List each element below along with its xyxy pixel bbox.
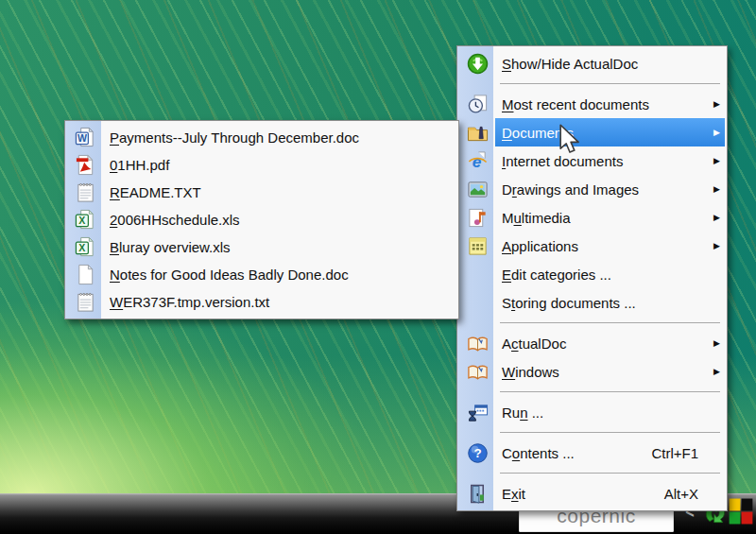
run-hourglass-icon (459, 402, 495, 423)
menu-item-applications[interactable]: Applications▶ (459, 232, 725, 260)
notepad-doc-icon (67, 181, 103, 203)
menu-item-label: README.TXT (110, 184, 201, 200)
mouse-cursor-icon (558, 124, 581, 160)
menu-item-shortcut: Alt+X (664, 486, 707, 502)
menu-item-body: 2006HHschedule.xls (103, 206, 456, 233)
menu-item-body: Contents ...Ctrl+F1 (495, 439, 725, 467)
menu-item-body: Run ... (495, 398, 725, 426)
menu-item-label: 01HH.pdf (110, 157, 169, 173)
exit-door-icon (459, 483, 495, 505)
help-question-icon: ? (459, 442, 495, 464)
menu-item-01hh-pdf[interactable]: 01HH.pdf (67, 151, 456, 179)
menu-item-label: Drawings and Images (502, 181, 639, 198)
menu-separator (500, 83, 720, 84)
svg-text:X: X (78, 215, 85, 226)
menu-item-body: Storing documents ... (495, 288, 725, 317)
menu-item-label: 2006HHschedule.xls (110, 212, 240, 228)
submenu-arrow-icon: ▶ (707, 214, 722, 222)
menu-separator (500, 473, 720, 474)
menu-item-body: Notes for Good Ideas Badly Done.doc (103, 261, 456, 288)
menu-item-documents[interactable]: Documents▶ (459, 118, 725, 146)
open-book-icon (459, 333, 495, 354)
pdf-doc-icon (67, 154, 103, 176)
menu-item-body: Bluray overview.xls (103, 233, 456, 261)
menu-item-label: Storing documents ... (502, 295, 636, 311)
menu-item-label: Show/Hide ActualDoc (502, 56, 638, 72)
documents-submenu: WPayments--July Through December.doc01HH… (64, 120, 459, 319)
menu-item-body: 01HH.pdf (103, 151, 456, 179)
documents-folder-icon (459, 122, 495, 144)
open-book-icon (459, 361, 495, 383)
menu-item-drawings-and-images[interactable]: Drawings and Images▶ (459, 175, 725, 203)
submenu-arrow-icon: ▶ (707, 242, 722, 250)
menu-item-body: Multimedia▶ (495, 203, 725, 232)
picture-icon (459, 179, 495, 200)
blank-doc-icon (67, 264, 103, 285)
menu-item-label: Multimedia (502, 210, 571, 226)
submenu-arrow-icon: ▶ (707, 185, 722, 194)
menu-item-multimedia[interactable]: Multimedia▶ (459, 203, 725, 232)
menu-item-wer373f-tmp-version-txt[interactable]: WER373F.tmp.version.txt (67, 288, 456, 316)
menu-item-body: Show/Hide ActualDoc (495, 49, 725, 78)
menu-item-label: ActualDoc (502, 336, 566, 352)
menu-item-notes-for-good-ideas-badly-done-doc[interactable]: Notes for Good Ideas Badly Done.doc (67, 261, 456, 288)
menu-item-2006hhschedule-xls[interactable]: X2006HHschedule.xls (67, 206, 456, 233)
submenu-arrow-icon: ▶ (707, 157, 722, 165)
menu-separator (500, 391, 720, 392)
application-grid-icon (459, 235, 495, 257)
menu-item-label: Contents ... (502, 445, 575, 461)
menu-item-label: Run ... (502, 405, 543, 421)
menu-item-body: Windows▶ (495, 357, 725, 386)
word-doc-icon: W (67, 127, 103, 148)
svg-text:X: X (78, 242, 85, 253)
menu-item-bluray-overview-xls[interactable]: XBluray overview.xls (67, 233, 456, 261)
menu-separator (500, 432, 720, 433)
menu-item-body: Most recent documents▶ (495, 90, 725, 118)
documents-submenu-items: WPayments--July Through December.doc01HH… (67, 124, 456, 316)
menu-item-label: Edit categories ... (502, 267, 611, 283)
menu-item-contents[interactable]: ?Contents ...Ctrl+F1 (459, 439, 725, 467)
copernic-tray-grid-icon[interactable] (729, 498, 753, 528)
menu-item-windows[interactable]: Windows▶ (459, 357, 725, 386)
menu-item-body: ActualDoc▶ (495, 329, 725, 357)
music-note-icon (459, 207, 495, 229)
menu-item-storing-documents[interactable]: Storing documents ... (459, 288, 725, 317)
menu-item-label: Exit (502, 486, 525, 502)
excel-doc-icon: X (67, 209, 103, 231)
menu-item-payments-july-through-december-doc[interactable]: WPayments--July Through December.doc (67, 124, 456, 151)
menu-item-readme-txt[interactable]: README.TXT (67, 179, 456, 206)
menu-item-most-recent-documents[interactable]: Most recent documents▶ (459, 90, 725, 118)
menu-item-show-hide-actualdoc[interactable]: Show/Hide ActualDoc (459, 49, 725, 78)
clock-document-icon (459, 94, 495, 115)
menu-item-body: README.TXT (103, 179, 456, 206)
menu-item-body: ExitAlt+X (495, 479, 725, 508)
menu-item-label: Windows (502, 364, 559, 380)
menu-item-internet-documents[interactable]: eInternet documents▶ (459, 146, 725, 175)
notepad-doc-icon (67, 291, 103, 313)
menu-item-run[interactable]: Run ... (459, 398, 725, 426)
submenu-arrow-icon: ▶ (707, 129, 722, 137)
menu-item-body: Drawings and Images▶ (495, 175, 725, 203)
menu-item-body: Internet documents▶ (495, 146, 725, 175)
menu-item-label: Payments--July Through December.doc (110, 129, 359, 146)
actualdoc-tray-menu: Show/Hide ActualDocMost recent documents… (456, 45, 728, 511)
menu-item-label: Most recent documents (502, 96, 649, 112)
svg-text:e: e (472, 152, 481, 171)
menu-item-shortcut: Ctrl+F1 (651, 445, 707, 461)
menu-item-label: Notes for Good Ideas Badly Done.doc (110, 267, 349, 283)
svg-text:?: ? (473, 446, 481, 460)
actualdoc-toggle-icon (459, 53, 495, 75)
tray-menu-items: Show/Hide ActualDocMost recent documents… (459, 49, 725, 508)
menu-separator (500, 322, 720, 323)
menu-item-body: Payments--July Through December.doc (103, 124, 456, 151)
internet-e-icon: e (459, 150, 495, 172)
menu-item-body: Edit categories ... (495, 260, 725, 288)
svg-text:W: W (77, 132, 86, 144)
menu-item-edit-categories[interactable]: Edit categories ... (459, 260, 725, 288)
menu-item-exit[interactable]: ExitAlt+X (459, 479, 725, 508)
submenu-arrow-icon: ▶ (707, 339, 722, 348)
menu-item-actualdoc[interactable]: ActualDoc▶ (459, 329, 725, 357)
excel-doc-icon: X (67, 236, 103, 258)
menu-item-label: WER373F.tmp.version.txt (110, 294, 269, 310)
submenu-arrow-icon: ▶ (707, 368, 722, 376)
